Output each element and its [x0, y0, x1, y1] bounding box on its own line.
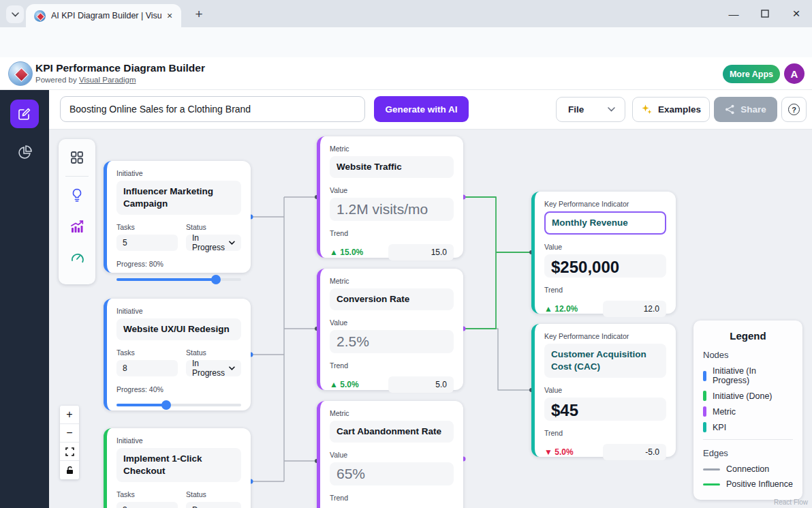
- metric-node-conversion-rate[interactable]: Metric Conversion Rate Value 2.5% Trend …: [317, 269, 463, 390]
- maximize-icon: [761, 10, 769, 18]
- trend-percent: 5.0%: [555, 447, 573, 457]
- legend-item: Initiative (In Progress): [703, 366, 793, 385]
- trend-label: Trend: [544, 286, 666, 294]
- tasks-input[interactable]: 3: [116, 502, 178, 508]
- status-select[interactable]: In Progress: [186, 235, 241, 251]
- trend-value-input[interactable]: 15.0: [388, 244, 454, 260]
- value-label: Value: [330, 318, 454, 327]
- legend-edges-heading: Edges: [703, 448, 793, 458]
- trend-value-input[interactable]: -5.0: [603, 444, 666, 460]
- initiative-title-input[interactable]: Website UX/UI Redesign: [116, 318, 241, 340]
- more-apps-button[interactable]: More Apps: [723, 65, 780, 83]
- window-minimize-button[interactable]: —: [718, 0, 749, 27]
- chevron-down-icon: [229, 366, 235, 370]
- new-tab-button[interactable]: +: [191, 6, 207, 23]
- zoom-in-button[interactable]: +: [60, 406, 79, 424]
- zoom-out-button[interactable]: −: [60, 424, 79, 443]
- kpi-value-input[interactable]: $45: [544, 398, 666, 421]
- legend-swatch-initiative-in-progress: [703, 371, 706, 381]
- initiative-node-one-click-checkout[interactable]: Initiative Implement 1-Click Checkout Ta…: [104, 428, 251, 508]
- edge-positive-influence[interactable]: [463, 197, 496, 329]
- node-type-label: Initiative: [116, 436, 241, 445]
- slider-thumb[interactable]: [161, 400, 171, 410]
- legend-swatch-positive-influence: [703, 483, 720, 485]
- edge-connection[interactable]: [463, 329, 531, 390]
- fit-view-button[interactable]: [60, 443, 79, 461]
- window-close-button[interactable]: ×: [781, 0, 812, 27]
- metric-title-input[interactable]: Conversion Rate: [330, 288, 454, 310]
- metric-node-cart-abandonment[interactable]: Metric Cart Abandonment Rate Value 65% T…: [317, 401, 463, 508]
- progress-slider[interactable]: [116, 404, 241, 406]
- trend-indicator: ▲ 15.0%: [330, 248, 388, 257]
- legend-item-label: Initiative (In Progress): [713, 366, 793, 385]
- status-select[interactable]: Done: [186, 502, 241, 508]
- trend-up-icon: ▲: [330, 380, 338, 389]
- generate-with-ai-button[interactable]: Generate with AI: [374, 96, 469, 122]
- legend-nodes-heading: Nodes: [703, 350, 793, 360]
- metric-title-input[interactable]: Website Traffic: [330, 156, 454, 178]
- sidebar-charts-button[interactable]: [16, 145, 33, 161]
- fit-view-icon: [65, 447, 74, 456]
- palette-metric-tool[interactable]: [68, 218, 86, 235]
- metric-value-input[interactable]: 2.5%: [330, 330, 454, 353]
- legend-item: Connection: [703, 464, 793, 474]
- diagram-canvas[interactable]: Initiative Influencer Marketing Campaign…: [49, 130, 812, 508]
- lock-button[interactable]: [60, 461, 79, 479]
- progress-slider[interactable]: [116, 278, 241, 281]
- kpi-value-input[interactable]: $250,000: [544, 254, 666, 278]
- react-flow-attribution[interactable]: React Flow: [774, 498, 808, 506]
- status-label: Status: [186, 348, 241, 357]
- kpi-node-cac[interactable]: Key Performance Indicator Customer Acqui…: [531, 324, 676, 457]
- trend-value-input[interactable]: 12.0: [603, 301, 666, 317]
- legend-item: KPI: [703, 422, 793, 432]
- unlock-icon: [65, 466, 74, 475]
- trend-indicator: ▲ 12.0%: [544, 304, 603, 314]
- legend-panel: Legend Nodes Initiative (In Progress) In…: [693, 320, 802, 500]
- app-title: KPI Performance Diagram Builder: [35, 62, 205, 74]
- legend-swatch-connection: [703, 468, 720, 470]
- kpi-title-input-focused[interactable]: Monthly Revenue: [544, 211, 666, 235]
- user-avatar[interactable]: A: [784, 63, 805, 84]
- chevron-down-icon: [608, 107, 615, 112]
- tasks-input[interactable]: 5: [116, 235, 178, 251]
- edit-pencil-icon: [18, 107, 31, 121]
- metric-value-input[interactable]: 65%: [330, 462, 454, 485]
- initiative-node-ux-redesign[interactable]: Initiative Website UX/UI Redesign Tasks …: [104, 299, 251, 410]
- trend-label: Trend: [330, 494, 454, 502]
- chevron-down-icon: [12, 12, 19, 17]
- trend-percent: 5.0%: [340, 380, 358, 389]
- initiative-title-input[interactable]: Implement 1-Click Checkout: [116, 448, 241, 482]
- tasks-input[interactable]: 8: [116, 360, 178, 376]
- sidebar-editor-button[interactable]: [10, 100, 39, 128]
- progress-label: Progress: 40%: [116, 385, 241, 393]
- kpi-title-input[interactable]: Customer Acquisition Cost (CAC): [544, 344, 666, 378]
- initiative-node-influencer-marketing[interactable]: Initiative Influencer Marketing Campaign…: [104, 161, 251, 273]
- tab-close-button[interactable]: ×: [163, 10, 176, 22]
- metric-node-website-traffic[interactable]: Metric Website Traffic Value 1.2M visits…: [317, 136, 463, 258]
- legend-item: Positive Influence: [703, 479, 793, 489]
- palette-kpi-tool[interactable]: [68, 249, 86, 267]
- trend-label: Trend: [544, 429, 666, 437]
- prompt-input[interactable]: Boosting Online Sales for a Clothing Bra…: [60, 96, 365, 122]
- palette-initiative-tool[interactable]: [68, 186, 86, 204]
- trend-value-input[interactable]: 5.0: [388, 376, 454, 393]
- kpi-node-monthly-revenue[interactable]: Key Performance Indicator Monthly Revenu…: [531, 192, 676, 314]
- help-button[interactable]: ?: [781, 97, 807, 122]
- share-button[interactable]: Share: [714, 97, 777, 122]
- status-select[interactable]: In Progress: [186, 360, 241, 376]
- browser-tab[interactable]: AI KPI Diagram Builder | Visualiz ×: [26, 4, 181, 27]
- tasks-label: Tasks: [116, 490, 178, 498]
- initiative-title-input[interactable]: Influencer Marketing Campaign: [116, 181, 241, 215]
- trend-percent: 12.0%: [555, 304, 578, 314]
- trend-indicator: ▲ 5.0%: [330, 380, 388, 389]
- file-menu-button[interactable]: File: [556, 97, 625, 122]
- palette-overview-button[interactable]: [68, 149, 86, 166]
- tab-search-button[interactable]: [6, 5, 24, 23]
- legend-swatch-metric: [703, 406, 706, 417]
- metric-value-input[interactable]: 1.2M visits/mo: [330, 198, 454, 221]
- examples-button[interactable]: Examples: [632, 97, 710, 122]
- window-maximize-button[interactable]: [749, 0, 781, 27]
- visual-paradigm-link[interactable]: Visual Paradigm: [79, 76, 136, 84]
- tasks-label: Tasks: [116, 223, 178, 231]
- metric-title-input[interactable]: Cart Abandonment Rate: [330, 421, 454, 443]
